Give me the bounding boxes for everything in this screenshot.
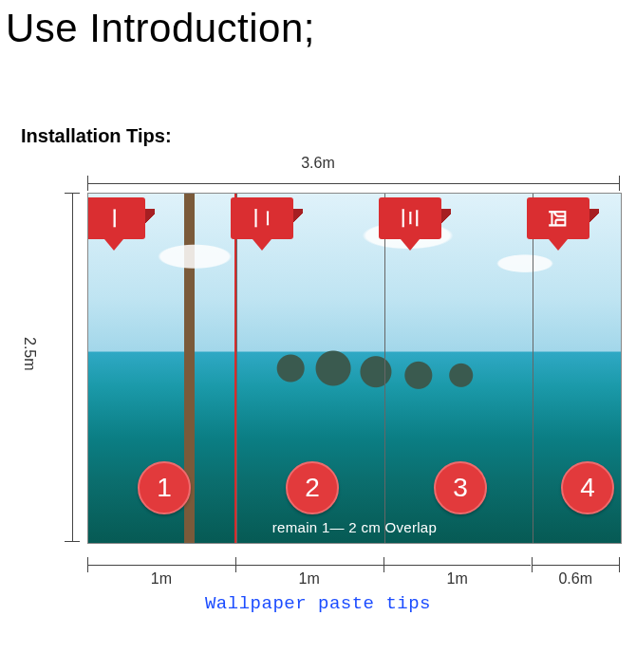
left-dimension-bar (65, 193, 80, 542)
panel-tab-1: 一 (87, 197, 145, 239)
panel-tab-3: 三 (379, 197, 441, 239)
page-title: Use Introduction; (6, 6, 636, 51)
overlap-red-line (234, 194, 236, 543)
total-height-label: 2.5m (21, 337, 38, 371)
panel-divider-2 (384, 193, 385, 544)
panel-3-width: 1m (446, 570, 467, 588)
top-dimension-bar (87, 176, 620, 191)
panel-tab-2: 二 (231, 197, 293, 239)
panel-number-3: 3 (434, 461, 487, 514)
panel-divider-3 (533, 193, 533, 544)
total-width-label: 3.6m (0, 155, 636, 172)
panel-1-width: 1m (151, 570, 172, 588)
panel-tab-4-label: 四 (537, 193, 579, 250)
panel-number-4: 4 (561, 461, 614, 514)
panel-tab-2-label: 二 (241, 193, 283, 250)
panel-number-2: 2 (286, 461, 339, 514)
panel-tab-4: 四 (527, 197, 589, 239)
installation-diagram: 3.6m 2.5m 一 二 三 四 1 2 3 4 remain 1— 2 cm… (0, 147, 636, 593)
bottom-dimension-bar: 1m 1m 1m 0.6m (87, 557, 620, 586)
section-heading: Installation Tips: (21, 125, 636, 147)
panel-tab-3-label: 三 (389, 193, 431, 250)
overlap-note: remain 1— 2 cm Overlap (88, 519, 621, 535)
caption: Wallpaper paste tips (0, 593, 636, 614)
mural-image: 一 二 三 四 1 2 3 4 remain 1— 2 cm Overlap (87, 193, 622, 544)
panel-tab-1-label: 一 (93, 193, 135, 250)
panel-number-1: 1 (138, 461, 191, 514)
panel-2-width: 1m (299, 570, 320, 588)
panel-4-width: 0.6m (558, 570, 592, 588)
